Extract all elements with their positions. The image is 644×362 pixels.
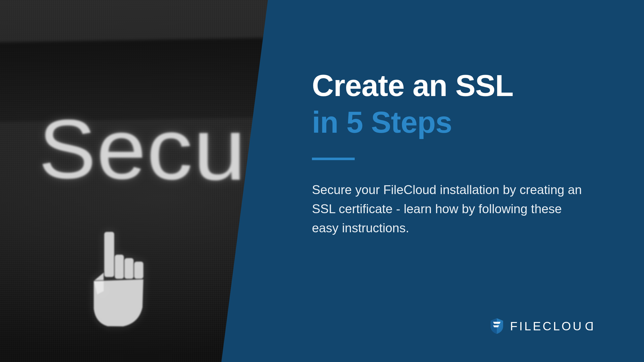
hero-title-line-2: in 5 Steps — [312, 105, 594, 140]
brand-wordmark-part1: FILECLOU — [510, 320, 583, 333]
svg-rect-1 — [114, 254, 124, 279]
brand-wordmark-mirrored-d: D — [583, 319, 594, 333]
accent-divider — [312, 158, 355, 160]
hero-subtitle: Secure your FileCloud installation by cr… — [312, 180, 589, 238]
svg-rect-3 — [134, 261, 144, 279]
brand-wordmark: FILECLOUD — [510, 319, 594, 333]
hero-title-line-1: Create an SSL — [312, 68, 594, 104]
svg-rect-2 — [124, 258, 134, 279]
svg-rect-0 — [104, 232, 114, 277]
content-panel: Create an SSL in 5 Steps Secure your Fil… — [221, 0, 644, 362]
hand-pointer-cursor-icon — [71, 228, 162, 334]
slide-canvas: Securit Create an SSL — [0, 0, 644, 362]
filecloud-shield-icon — [490, 318, 504, 334]
brand-logo: FILECLOUD — [490, 318, 594, 334]
